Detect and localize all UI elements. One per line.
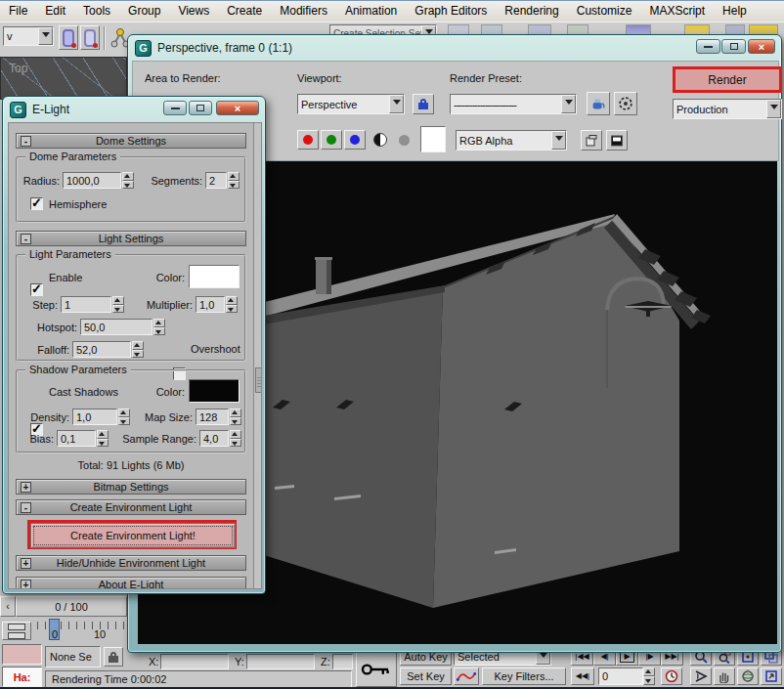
z-coord-field[interactable]	[332, 654, 353, 669]
multiplier-spinner[interactable]	[226, 296, 238, 313]
field-of-view-button[interactable]	[690, 667, 712, 685]
clone-rendered-frame-button[interactable]	[581, 130, 602, 151]
hotspot-spinner[interactable]	[153, 319, 165, 335]
channel-display-dropdown[interactable]: RGB Alpha	[456, 130, 567, 151]
render-window-close-button[interactable]: ×	[748, 39, 775, 54]
time-slider[interactable]: 0 / 100	[16, 596, 127, 617]
hotspot-field[interactable]	[80, 319, 152, 335]
save-image-button[interactable]	[606, 130, 628, 151]
pan-button[interactable]	[714, 667, 735, 685]
menu-help[interactable]: Help	[714, 1, 756, 22]
light-color-swatch[interactable]	[189, 265, 240, 288]
key-filters-button[interactable]: Key Filters...	[482, 667, 566, 685]
menu-create[interactable]: Create	[218, 1, 271, 22]
green-channel-button[interactable]	[321, 130, 342, 150]
maximize-viewport-button[interactable]	[761, 667, 782, 685]
render-window-minimize-button[interactable]	[696, 39, 720, 54]
key-mode-toggle-button[interactable]: ◀◀|	[571, 667, 594, 685]
elight-minimize-button[interactable]	[163, 101, 187, 115]
menu-rendering[interactable]: Rendering	[496, 1, 567, 22]
hemisphere-checkbox[interactable]	[30, 197, 43, 210]
multiplier-field[interactable]	[196, 296, 225, 313]
current-frame-field[interactable]	[598, 667, 643, 685]
set-keys-button[interactable]	[356, 652, 397, 687]
y-coord-field[interactable]	[246, 654, 315, 669]
red-channel-button[interactable]	[297, 130, 319, 150]
menu-edit[interactable]: Edit	[36, 1, 74, 22]
render-preset-dropdown[interactable]: ------------------------	[450, 94, 577, 114]
macro-recorder-box[interactable]	[2, 644, 42, 665]
radius-spinner[interactable]	[122, 172, 134, 189]
step-field[interactable]	[61, 296, 111, 313]
render-button[interactable]: Render	[673, 66, 782, 93]
sample-range-field[interactable]	[199, 430, 229, 447]
frame-spinner[interactable]	[643, 667, 655, 685]
viewport-top[interactable]: Top	[0, 57, 127, 100]
listener-box[interactable]: Ha:	[2, 667, 42, 687]
expand-icon[interactable]: +	[21, 482, 31, 493]
time-slider-prev-button[interactable]: ‹	[0, 596, 16, 617]
segments-field[interactable]	[205, 172, 227, 189]
menu-modifiers[interactable]: Modifiers	[271, 1, 336, 22]
menu-animation[interactable]: Animation	[336, 1, 406, 22]
viewport-label[interactable]: Top	[9, 62, 27, 75]
map-size-spinner[interactable]	[230, 409, 241, 425]
rollout-bitmap-settings[interactable]: + Bitmap Settings	[16, 479, 246, 495]
set-key-button[interactable]: Set Key	[400, 667, 452, 685]
x-coord-field[interactable]	[160, 654, 229, 669]
elight-scrollbar[interactable]	[253, 123, 262, 589]
elight-maximize-button[interactable]	[189, 101, 212, 115]
menu-file[interactable]: File	[0, 1, 36, 22]
segments-spinner[interactable]	[228, 172, 240, 189]
time-configuration-button[interactable]	[661, 667, 682, 685]
menu-graph-editors[interactable]: Graph Editors	[406, 1, 496, 22]
enable-checkbox[interactable]	[30, 283, 43, 296]
expand-icon[interactable]: +	[21, 580, 31, 589]
scrollbar-thumb[interactable]	[255, 367, 262, 393]
menu-views[interactable]: Views	[169, 1, 218, 22]
menu-maxscript[interactable]: MAXScript	[640, 1, 714, 22]
map-size-field[interactable]	[196, 409, 229, 425]
rollout-create-environment-light[interactable]: - Create Environment Light	[16, 499, 246, 515]
expand-icon[interactable]: +	[21, 558, 31, 569]
sample-range-spinner[interactable]	[230, 430, 241, 447]
dropdown-arrow-icon[interactable]	[766, 100, 781, 118]
selection-lock-toggle[interactable]	[104, 647, 123, 667]
collapse-icon[interactable]: -	[21, 234, 31, 244]
production-dropdown[interactable]: Production	[673, 99, 782, 119]
rollout-dome-settings[interactable]: - Dome Settings	[16, 133, 246, 149]
dropdown-arrow-icon[interactable]	[38, 27, 53, 45]
elight-titlebar[interactable]: G E-Light ×	[3, 97, 265, 122]
elight-close-button[interactable]: ×	[216, 101, 259, 115]
viewport-lock-button[interactable]	[413, 94, 434, 114]
radius-field[interactable]	[63, 172, 121, 189]
background-color-swatch[interactable]	[420, 126, 446, 152]
shadow-color-swatch[interactable]	[189, 379, 240, 403]
dropdown-arrow-icon[interactable]	[551, 131, 566, 150]
rollout-hide-unhide[interactable]: + Hide/Unhide Environment Light	[16, 555, 246, 571]
blue-channel-button[interactable]	[344, 130, 366, 150]
arc-rotate-button[interactable]	[737, 667, 759, 685]
density-spinner[interactable]	[118, 409, 130, 425]
create-environment-light-button[interactable]: Create Environment Light!	[30, 523, 236, 548]
render-setup-button[interactable]	[587, 92, 610, 115]
default-in-out-tangents-button[interactable]	[454, 667, 479, 685]
step-spinner[interactable]	[112, 296, 124, 313]
falloff-spinner[interactable]	[132, 341, 144, 358]
dropdown-arrow-icon[interactable]	[389, 95, 404, 113]
monochrome-button[interactable]	[371, 132, 389, 148]
select-and-link-button[interactable]	[59, 25, 78, 50]
rollout-about-elight[interactable]: + About E-Light	[16, 577, 246, 589]
dropdown-arrow-icon[interactable]	[561, 95, 576, 113]
viewport-dropdown[interactable]: Perspective	[297, 94, 405, 114]
environment-settings-button[interactable]	[614, 92, 637, 115]
bias-spinner[interactable]	[97, 430, 109, 447]
collapse-icon[interactable]: -	[21, 502, 31, 513]
menu-tools[interactable]: Tools	[74, 1, 119, 22]
open-mini-curve-editor-button[interactable]	[2, 622, 31, 640]
menu-group[interactable]: Group	[119, 1, 169, 22]
render-window-maximize-button[interactable]	[721, 39, 746, 54]
bias-field[interactable]	[57, 430, 96, 447]
selection-filter-dropdown[interactable]: v	[3, 26, 54, 46]
falloff-field[interactable]	[72, 341, 131, 358]
